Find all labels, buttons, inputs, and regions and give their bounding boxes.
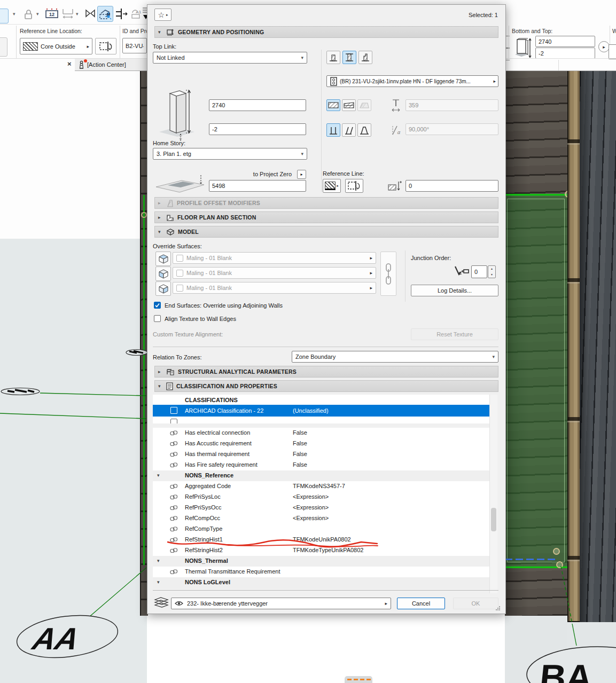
property-row[interactable]: Has electrical connectionFalse <box>153 428 489 439</box>
wall-top-height-field[interactable] <box>535 36 595 47</box>
survey-point-button[interactable] <box>97 6 113 22</box>
property-row[interactable]: Has Fire safety requirementFalse <box>153 460 489 471</box>
layer-select[interactable]: 232- Ikke-bærende yttervegger ▸ <box>171 598 391 609</box>
partial-tool-button[interactable] <box>0 9 9 23</box>
surface-top-select[interactable]: Maling - 01 Blank ▸ <box>173 252 376 264</box>
classification-checkbox-partial[interactable] <box>170 419 177 423</box>
project-zero-flyout-button[interactable]: ▸ <box>297 170 306 179</box>
dropdown-caret-icon[interactable]: ▾ <box>76 12 79 17</box>
structure-basic-toggle[interactable] <box>326 99 340 111</box>
surface-side-button[interactable] <box>155 266 171 281</box>
properties-scrollbar[interactable] <box>489 395 497 593</box>
docked-palette-chip[interactable] <box>345 676 372 683</box>
section-geometry[interactable]: ▾ GEOMETRY AND POSITIONING <box>154 26 498 38</box>
checkbox-unchecked-icon[interactable] <box>154 315 161 322</box>
property-value[interactable]: <Expression> <box>293 504 329 511</box>
dropdown-caret-icon[interactable]: ▾ <box>13 12 15 17</box>
property-value[interactable]: False <box>293 429 307 436</box>
link-surfaces-button[interactable] <box>380 252 396 296</box>
property-row[interactable]: RefCompType <box>153 524 489 535</box>
surface-override-checkbox[interactable] <box>176 270 183 277</box>
section-structural[interactable]: ▸ STRUCTURAL ANALYTICAL PARAMETERS <box>154 366 498 378</box>
close-tab-icon[interactable]: × <box>67 60 72 68</box>
section-floor-plan[interactable]: ▸ FLOOR PLAN AND SECTION <box>154 211 498 223</box>
property-value[interactable]: TFMKodeTypeUnikPA0802 <box>293 547 363 553</box>
section-model[interactable]: ▾ MODEL <box>154 226 498 238</box>
collapse-icon[interactable]: ▾ <box>157 473 160 478</box>
section-classification[interactable]: ▾ CLASSIFICATION AND PROPERTIES <box>154 380 498 392</box>
property-row[interactable]: RefPriSysLoc<Expression> <box>153 492 489 503</box>
surface-override-checkbox[interactable] <box>176 285 183 292</box>
favorites-button[interactable]: ☆ ▸ <box>154 9 171 21</box>
structure-composite-toggle[interactable] <box>342 99 356 111</box>
top-link-select[interactable]: Not Linked ▾ <box>153 52 307 64</box>
surface-override-checkbox[interactable] <box>176 255 183 262</box>
structure-profile-toggle[interactable] <box>357 99 371 111</box>
junction-order-field[interactable] <box>471 265 487 278</box>
property-row-refstringhist1[interactable]: RefStringHist1TFMKodeUnikPA0802 <box>153 535 489 546</box>
top-link-option-stepped[interactable] <box>358 51 372 64</box>
padlock-icon[interactable] <box>22 8 34 21</box>
collapse-icon[interactable]: ▾ <box>157 579 160 585</box>
property-value[interactable]: TFMKodeNS3457-7 <box>293 483 345 489</box>
selected-wall-highlight[interactable] <box>505 194 571 568</box>
wall-base-offset-field[interactable] <box>209 123 306 135</box>
home-story-select[interactable]: 3. Plan 1. etg ▾ <box>153 148 307 160</box>
classification-row-selected[interactable]: ARCHICAD Classification - 22 (Unclassifi… <box>153 405 489 417</box>
wall-straight-toggle[interactable] <box>326 123 340 137</box>
surface-top-button[interactable] <box>155 252 171 266</box>
property-row[interactable]: Thermal Transmittance Requirement <box>153 567 489 578</box>
property-value[interactable]: TFMKodeUnikPA0802 <box>293 536 351 543</box>
resize-grip[interactable] <box>496 606 500 610</box>
wall-bottom-offset-field[interactable] <box>535 48 595 59</box>
flyout-button[interactable]: ▸ <box>598 41 610 52</box>
dimension-bracket-icon[interactable] <box>61 7 75 19</box>
cancel-button[interactable]: Cancel <box>397 598 445 609</box>
wall-thickness-field[interactable] <box>406 99 498 111</box>
elevation-field[interactable] <box>209 180 306 192</box>
reference-line-position-button[interactable]: ▸ <box>323 179 341 193</box>
property-group-row[interactable]: ▾NONS_Reference <box>153 470 489 482</box>
property-value[interactable]: <Expression> <box>293 493 329 500</box>
story-levels-icon[interactable] <box>115 7 128 20</box>
property-value[interactable]: False <box>293 461 307 468</box>
property-row[interactable]: Has Accustic requirementFalse <box>153 438 489 450</box>
property-group-row[interactable]: ▾NONS LoGLevel <box>153 577 489 588</box>
flip-wall-button[interactable] <box>345 179 363 193</box>
property-row[interactable]: RefPriSysOcc<Expression> <box>153 503 489 514</box>
ok-button[interactable]: OK <box>453 598 498 609</box>
spin-up-icon[interactable]: ▲ <box>490 268 493 270</box>
wall-double-slanted-toggle[interactable] <box>357 123 371 137</box>
log-details-button[interactable]: Log Details... <box>411 285 498 296</box>
relation-to-zones-select[interactable]: Zone Boundary ▾ <box>292 351 498 363</box>
property-row[interactable]: Has thermal requirementFalse <box>153 449 489 460</box>
wall-slanted-toggle[interactable] <box>342 123 356 137</box>
reset-texture-button[interactable]: Reset Texture <box>411 328 498 340</box>
partial-tool-button[interactable] <box>0 37 7 57</box>
property-group-row[interactable]: ▾NONS_Thermal <box>153 556 489 567</box>
property-row[interactable]: Aggregated CodeTFMKodeNS3457-7 <box>153 481 489 492</box>
tab-action-center[interactable]: [Action Center] <box>75 59 147 71</box>
label-a1-icon[interactable]: A1 <box>130 9 142 19</box>
section-profile-offset[interactable]: ▸ PROFILE OFFSET MODIFIERS <box>154 197 498 209</box>
flip-reference-line-button[interactable] <box>95 38 116 54</box>
dropdown-caret-icon[interactable]: ▾ <box>36 12 39 17</box>
top-link-option-full-height[interactable] <box>342 51 356 64</box>
junction-order-stepper[interactable]: ▲ ▼ <box>488 265 496 278</box>
stretch-marquee-icon[interactable] <box>84 9 96 18</box>
property-value[interactable]: <Expression> <box>293 515 329 521</box>
property-row[interactable]: RefStringHist2TFMKodeTypeUnikPA0802 <box>153 545 489 556</box>
surface-bottom-select[interactable]: Maling - 01 Blank ▸ <box>173 282 376 294</box>
wall-height-field[interactable] <box>209 99 306 111</box>
spin-down-icon[interactable]: ▼ <box>490 273 493 276</box>
dimension-12-icon[interactable]: 12 <box>45 7 59 19</box>
end-surfaces-checkbox-row[interactable]: End Surfaces: Override using Adjoining W… <box>154 302 283 309</box>
element-id-field[interactable] <box>122 38 147 53</box>
collapse-icon[interactable]: ▾ <box>157 558 160 563</box>
selection-handle[interactable] <box>556 561 563 568</box>
surface-bottom-button[interactable] <box>155 281 171 296</box>
classification-checkbox[interactable] <box>170 407 177 414</box>
selection-handle[interactable] <box>553 548 560 555</box>
scrollbar-thumb[interactable] <box>491 508 496 531</box>
reference-offset-field[interactable] <box>406 180 498 192</box>
